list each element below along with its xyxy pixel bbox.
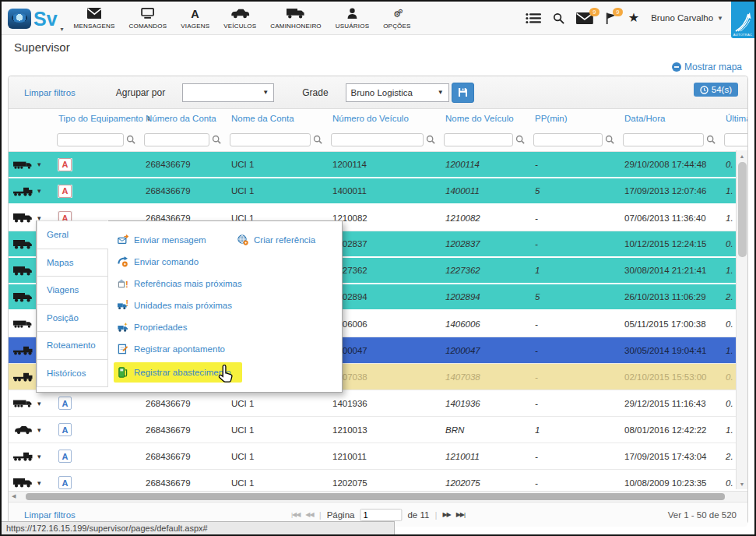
column-header-nome_conta[interactable]: Nome da Conta (227, 114, 328, 123)
clear-filters-link-bottom[interactable]: Limpar filtros (24, 510, 76, 520)
context-tab-roteamento[interactable]: Roteamento (37, 331, 108, 360)
horizontal-scroll-thumb[interactable] (26, 493, 725, 500)
cell-conta: 268436679 (141, 160, 227, 169)
row-menu-caret-icon[interactable]: ▾ (37, 453, 41, 460)
context-tab-viagens[interactable]: Viagens (37, 276, 108, 305)
search-icon[interactable] (515, 135, 525, 144)
send-command-icon (118, 256, 128, 267)
table-row[interactable]: ▾A268436679UCI 114000111400011517/09/201… (9, 178, 737, 205)
vertical-scrollbar[interactable]: ▲ ▼ (736, 150, 747, 489)
table-row[interactable]: ▾A268436679UCI 114019361401936-29/12/201… (9, 390, 737, 417)
clear-filters-link[interactable]: Limpar filtros (24, 88, 76, 97)
nav-item-usuarios[interactable]: USUÁRIOS (329, 2, 376, 34)
scroll-down-icon[interactable]: ▼ (737, 478, 747, 489)
context-tab-geral[interactable]: Geral (37, 220, 108, 249)
table-row[interactable]: ▾A268436679UCI 11210013BRN108/01/2016 12… (9, 417, 737, 443)
group-by-select[interactable]: ▼ (182, 83, 274, 102)
scroll-left-icon[interactable]: ◀ (12, 493, 16, 499)
cell-nome_veiculo: 1202837 (441, 239, 530, 249)
column-header-ultima[interactable]: Última (721, 114, 747, 123)
chevron-down-icon: ▼ (717, 15, 723, 22)
column-header-tipo[interactable]: Tipo do Equipamento▲▼ (54, 114, 141, 123)
filter-input-conta[interactable] (144, 133, 209, 146)
table-row[interactable]: ▾A268436679UCI 112020751202075-10/08/200… (9, 470, 737, 491)
column-header-num_veiculo[interactable]: Número do Veículo (328, 114, 441, 123)
column-filter-ultima (721, 133, 747, 146)
row-menu-caret-icon[interactable]: ▾ (37, 426, 41, 434)
context-tab-posição[interactable]: Posição (37, 304, 108, 333)
column-header-pp[interactable]: PP(min) (530, 114, 620, 123)
pagination: |◀◀ ◀◀ | Página de 11 | ▶▶ ▶▶| (291, 509, 465, 521)
nav-item-viagens[interactable]: AVIAGENS (174, 2, 216, 34)
menu-item[interactable]: Criar referência (237, 231, 315, 249)
menu-item[interactable]: Enviar comando (118, 253, 242, 270)
menu-item[interactable]: Propriedades (118, 319, 242, 336)
user-menu[interactable]: Bruno Carvalho ▼ (651, 13, 723, 23)
filter-input-data_hora[interactable] (623, 133, 704, 146)
cell-nome_veiculo: 1227362 (441, 266, 530, 275)
search-icon[interactable] (212, 135, 221, 144)
column-header-nome_veiculo[interactable]: Nome do Veículo (441, 114, 530, 123)
nav-item-mensagens[interactable]: MENSAGENS (67, 2, 122, 34)
cell-tipo: A (54, 158, 141, 171)
menu-item[interactable]: !Unidades mais próximas (118, 297, 242, 314)
nav-item-veiculos[interactable]: VEÍCULOS (216, 2, 263, 34)
search-icon[interactable] (313, 135, 322, 144)
menu-item[interactable]: Enviar mensagem (118, 231, 242, 249)
row-menu-caret-icon[interactable]: ▾ (37, 187, 41, 195)
filter-input-tipo[interactable] (57, 133, 124, 146)
nav-item-opcoes[interactable]: ⚙⚙OPÇÕES (376, 2, 417, 34)
filter-input-nome_veiculo[interactable] (444, 133, 513, 146)
cell-num_veiculo: 1400011 (328, 186, 441, 196)
context-menu-items: Enviar mensagemEnviar comando!Referência… (118, 231, 242, 383)
filter-input-num_veiculo[interactable] (331, 133, 424, 146)
nav-item-caminhoneiro[interactable]: CAMINHONEIRO (263, 2, 329, 34)
page-number-input[interactable] (360, 509, 402, 521)
chevron-down-icon: ▼ (438, 89, 444, 96)
search-icon[interactable] (706, 135, 716, 144)
app-logo[interactable]: Sv ▾ (2, 2, 62, 34)
refresh-timer-badge[interactable]: 54(s) (694, 83, 738, 97)
vehicle-truck-icon (13, 292, 35, 302)
menu-item[interactable]: Registrar apontamento (118, 340, 242, 358)
filter-input-ultima[interactable] (724, 133, 747, 146)
menu-item-label: Propriedades (134, 323, 187, 332)
search-icon[interactable] (426, 135, 435, 144)
context-tab-mapas[interactable]: Mapas (37, 249, 108, 277)
favorites-star-icon[interactable]: ★ (628, 12, 639, 24)
row-menu-caret-icon[interactable]: ▾ (37, 160, 41, 168)
nav-item-comandos[interactable]: COMANDOS (122, 2, 174, 34)
row-menu-caret-icon[interactable]: ▾ (37, 479, 41, 487)
search-icon[interactable] (126, 135, 135, 144)
next-page-button[interactable]: ▶▶ (442, 511, 450, 518)
messages-icon[interactable]: 9 (576, 12, 593, 24)
row-context-menu: GeralMapasViagensPosiçãoRoteamentoHistór… (36, 220, 343, 393)
car-icon (230, 7, 250, 19)
grade-select[interactable]: Bruno Logistica ▼ (346, 83, 449, 102)
filter-input-nome_conta[interactable] (230, 133, 311, 146)
row-menu-caret-icon[interactable]: ▾ (37, 400, 41, 407)
table-row[interactable]: ▾A268436679UCI 112001141200114-29/10/200… (9, 152, 737, 178)
show-map-link[interactable]: Mostrar mapa (672, 62, 742, 72)
filter-input-pp[interactable] (533, 133, 603, 146)
menu-item[interactable]: !Referências mais próximas (118, 275, 242, 292)
table-row[interactable]: ▾A268436679UCI 112100111210011-17/09/201… (9, 443, 737, 470)
column-header-conta[interactable]: Número da Conta (141, 114, 227, 123)
column-header-data_hora[interactable]: Data/Hora (620, 114, 721, 123)
alerts-flag-icon[interactable]: 9 (605, 12, 617, 24)
first-page-button[interactable]: |◀◀ (291, 511, 300, 518)
search-icon[interactable] (553, 12, 564, 24)
context-tab-históricos[interactable]: Históricos (37, 359, 108, 388)
vehicle-tractor-icon (13, 372, 35, 382)
vertical-scroll-thumb[interactable] (738, 162, 747, 257)
cell-nome_veiculo: BRN (441, 425, 530, 435)
horizontal-scrollbar[interactable]: ◀ (9, 491, 747, 502)
last-page-button[interactable]: ▶▶| (456, 511, 465, 518)
search-icon[interactable] (605, 135, 614, 144)
prev-page-button[interactable]: ◀◀ (305, 511, 313, 518)
nav-item-label: OPÇÕES (383, 23, 410, 30)
save-grade-button[interactable] (452, 83, 474, 103)
logo-caret-icon[interactable]: ▾ (61, 26, 64, 33)
scroll-up-icon[interactable]: ▲ (737, 150, 747, 161)
list-view-icon[interactable] (526, 12, 541, 24)
